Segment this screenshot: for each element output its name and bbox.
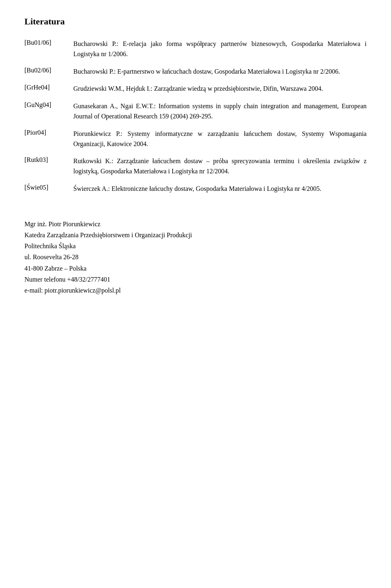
page-title: Literatura	[24, 16, 367, 27]
author-line-6: Numer telefonu +48/32/2777401	[24, 274, 367, 285]
ref-key: [Bu02/06]	[24, 67, 73, 74]
ref-text: Piorunkiewicz P.: Systemy informatyczne …	[73, 129, 367, 149]
ref-key: [Rutk03]	[24, 156, 73, 164]
ref-entry: [Świe05]Świerczek A.: Elektroniczne łańc…	[24, 184, 367, 194]
ref-entry: [Bu01/06]Bucharowski P.: E-relacja jako …	[24, 39, 367, 59]
author-line-2: Katedra Zarządzania Przedsiębiorstwem i …	[24, 230, 367, 240]
ref-text: Bucharowski P.: E-partnerstwo w łańcucha…	[73, 67, 340, 77]
author-line-7: e-mail: piotr.piorunkiewicz@polsl.pl	[24, 285, 367, 296]
author-line-3: Politechnika Śląska	[24, 240, 367, 251]
ref-key: [Świe05]	[24, 184, 73, 191]
references-section: Literatura [Bu01/06]Bucharowski P.: E-re…	[24, 16, 367, 194]
ref-text: Grudziewski W.M., Hejduk I.: Zarządzanie…	[73, 84, 323, 94]
author-section: Mgr inż. Piotr Piorunkiewicz Katedra Zar…	[24, 214, 367, 296]
author-line-1: Mgr inż. Piotr Piorunkiewicz	[24, 219, 367, 230]
ref-key: [Pior04]	[24, 129, 73, 136]
ref-entry: [GrHe04]Grudziewski W.M., Hejduk I.: Zar…	[24, 84, 367, 94]
ref-key: [GuNg04]	[24, 101, 73, 109]
ref-text: Gunasekaran A., Ngai E.W.T.: Information…	[73, 101, 367, 122]
ref-text: Świerczek A.: Elektroniczne łańcuchy dos…	[73, 184, 321, 194]
ref-entry: [Bu02/06]Bucharowski P.: E-partnerstwo w…	[24, 67, 367, 77]
author-line-5: 41-800 Zabrze – Polska	[24, 263, 367, 274]
ref-entry: [Pior04]Piorunkiewicz P.: Systemy inform…	[24, 129, 367, 149]
ref-entry: [Rutk03]Rutkowski K.: Zarządzanie łańcuc…	[24, 156, 367, 177]
author-line-4: ul. Roosevelta 26-28	[24, 251, 367, 262]
ref-text: Rutkowski K.: Zarządzanie łańcuchem dost…	[73, 156, 367, 177]
ref-key: [Bu01/06]	[24, 39, 73, 46]
ref-text: Bucharowski P.: E-relacja jako forma wsp…	[73, 39, 367, 59]
references-list: [Bu01/06]Bucharowski P.: E-relacja jako …	[24, 39, 367, 194]
ref-key: [GrHe04]	[24, 84, 73, 91]
ref-entry: [GuNg04]Gunasekaran A., Ngai E.W.T.: Inf…	[24, 101, 367, 122]
